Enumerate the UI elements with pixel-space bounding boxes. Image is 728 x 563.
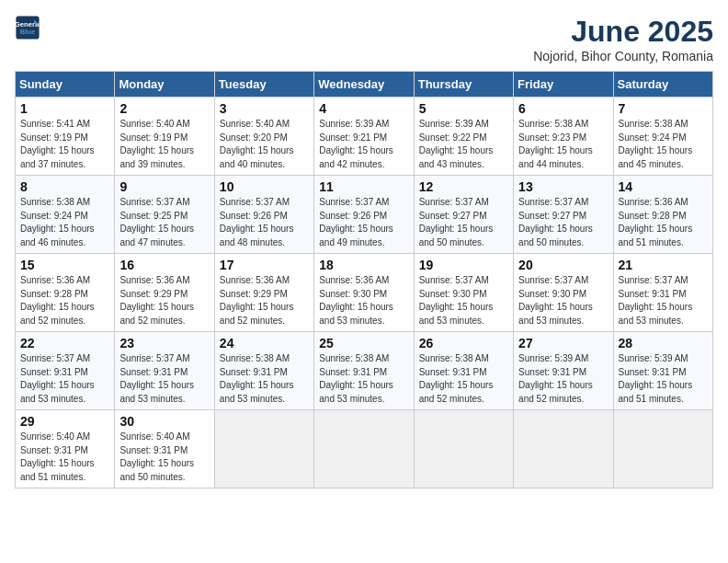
day-number: 27 bbox=[518, 336, 608, 350]
table-row: 22Sunrise: 5:37 AM Sunset: 9:31 PM Dayli… bbox=[16, 332, 115, 410]
table-row: 25Sunrise: 5:38 AM Sunset: 9:31 PM Dayli… bbox=[314, 332, 414, 410]
table-row: 3Sunrise: 5:40 AM Sunset: 9:20 PM Daylig… bbox=[214, 98, 313, 176]
day-number: 15 bbox=[20, 258, 109, 272]
logo-icon: General Blue bbox=[15, 15, 40, 40]
day-info: Sunrise: 5:38 AM Sunset: 9:24 PM Dayligh… bbox=[619, 118, 708, 171]
day-number: 4 bbox=[319, 101, 408, 116]
day-number: 30 bbox=[119, 414, 209, 429]
calendar-header-row: SundayMondayTuesdayWednesdayThursdayFrid… bbox=[16, 72, 713, 98]
table-row bbox=[514, 410, 613, 488]
header: General Blue June 2025 Nojorid, Bihor Co… bbox=[15, 15, 713, 63]
day-info: Sunrise: 5:38 AM Sunset: 9:31 PM Dayligh… bbox=[419, 352, 508, 406]
svg-text:Blue: Blue bbox=[20, 28, 36, 36]
table-row: 12Sunrise: 5:37 AM Sunset: 9:27 PM Dayli… bbox=[414, 176, 513, 254]
day-number: 14 bbox=[619, 179, 708, 194]
day-number: 18 bbox=[319, 258, 408, 272]
day-info: Sunrise: 5:37 AM Sunset: 9:25 PM Dayligh… bbox=[119, 196, 209, 249]
day-number: 16 bbox=[119, 258, 209, 272]
table-row: 29Sunrise: 5:40 AM Sunset: 9:31 PM Dayli… bbox=[16, 410, 115, 488]
table-row: 20Sunrise: 5:37 AM Sunset: 9:30 PM Dayli… bbox=[514, 254, 613, 332]
calendar-week-row: 15Sunrise: 5:36 AM Sunset: 9:28 PM Dayli… bbox=[16, 254, 713, 332]
day-number: 2 bbox=[119, 101, 209, 116]
day-number: 1 bbox=[20, 101, 109, 116]
day-info: Sunrise: 5:36 AM Sunset: 9:28 PM Dayligh… bbox=[619, 196, 708, 249]
table-row: 16Sunrise: 5:36 AM Sunset: 9:29 PM Dayli… bbox=[115, 254, 214, 332]
table-row: 17Sunrise: 5:36 AM Sunset: 9:29 PM Dayli… bbox=[214, 254, 313, 332]
day-number: 8 bbox=[20, 179, 109, 194]
calendar-week-row: 29Sunrise: 5:40 AM Sunset: 9:31 PM Dayli… bbox=[16, 410, 713, 488]
day-number: 24 bbox=[220, 336, 309, 350]
table-row: 9Sunrise: 5:37 AM Sunset: 9:25 PM Daylig… bbox=[115, 176, 214, 254]
day-number: 3 bbox=[220, 101, 309, 116]
day-info: Sunrise: 5:39 AM Sunset: 9:31 PM Dayligh… bbox=[518, 352, 608, 406]
day-number: 7 bbox=[619, 101, 708, 116]
table-row: 28Sunrise: 5:39 AM Sunset: 9:31 PM Dayli… bbox=[613, 332, 712, 410]
table-row bbox=[314, 410, 414, 488]
table-row: 2Sunrise: 5:40 AM Sunset: 9:19 PM Daylig… bbox=[115, 98, 214, 176]
day-number: 26 bbox=[419, 336, 508, 350]
day-number: 9 bbox=[119, 179, 209, 194]
day-number: 5 bbox=[419, 101, 508, 116]
day-info: Sunrise: 5:39 AM Sunset: 9:22 PM Dayligh… bbox=[419, 118, 508, 171]
day-info: Sunrise: 5:37 AM Sunset: 9:31 PM Dayligh… bbox=[119, 352, 209, 406]
table-row: 11Sunrise: 5:37 AM Sunset: 9:26 PM Dayli… bbox=[314, 176, 414, 254]
table-row bbox=[214, 410, 313, 488]
day-number: 23 bbox=[119, 336, 209, 350]
day-info: Sunrise: 5:37 AM Sunset: 9:27 PM Dayligh… bbox=[419, 196, 508, 249]
calendar-body: 1Sunrise: 5:41 AM Sunset: 9:19 PM Daylig… bbox=[16, 98, 713, 488]
day-number: 25 bbox=[319, 336, 408, 350]
svg-text:General: General bbox=[15, 20, 40, 29]
calendar-header-cell: Wednesday bbox=[314, 72, 414, 98]
day-info: Sunrise: 5:40 AM Sunset: 9:20 PM Dayligh… bbox=[220, 118, 309, 171]
day-info: Sunrise: 5:40 AM Sunset: 9:19 PM Dayligh… bbox=[119, 118, 209, 171]
table-row: 1Sunrise: 5:41 AM Sunset: 9:19 PM Daylig… bbox=[16, 98, 115, 176]
day-info: Sunrise: 5:37 AM Sunset: 9:27 PM Dayligh… bbox=[518, 196, 608, 249]
day-number: 11 bbox=[319, 179, 408, 194]
day-info: Sunrise: 5:38 AM Sunset: 9:31 PM Dayligh… bbox=[319, 352, 408, 406]
table-row: 14Sunrise: 5:36 AM Sunset: 9:28 PM Dayli… bbox=[613, 176, 712, 254]
day-info: Sunrise: 5:37 AM Sunset: 9:31 PM Dayligh… bbox=[20, 352, 109, 406]
day-info: Sunrise: 5:36 AM Sunset: 9:29 PM Dayligh… bbox=[119, 274, 209, 327]
day-number: 12 bbox=[419, 179, 508, 194]
calendar-header-cell: Sunday bbox=[16, 72, 115, 98]
calendar-week-row: 22Sunrise: 5:37 AM Sunset: 9:31 PM Dayli… bbox=[16, 332, 713, 410]
table-row: 8Sunrise: 5:38 AM Sunset: 9:24 PM Daylig… bbox=[16, 176, 115, 254]
table-row: 21Sunrise: 5:37 AM Sunset: 9:31 PM Dayli… bbox=[613, 254, 712, 332]
page-title: June 2025 bbox=[533, 15, 713, 49]
day-number: 17 bbox=[220, 258, 309, 272]
calendar-week-row: 1Sunrise: 5:41 AM Sunset: 9:19 PM Daylig… bbox=[16, 98, 713, 176]
calendar-header-cell: Friday bbox=[514, 72, 613, 98]
day-number: 19 bbox=[419, 258, 508, 272]
day-info: Sunrise: 5:36 AM Sunset: 9:30 PM Dayligh… bbox=[319, 274, 408, 327]
day-number: 13 bbox=[518, 179, 608, 194]
calendar-header-cell: Saturday bbox=[613, 72, 712, 98]
day-number: 29 bbox=[20, 414, 109, 429]
calendar-week-row: 8Sunrise: 5:38 AM Sunset: 9:24 PM Daylig… bbox=[16, 176, 713, 254]
table-row: 10Sunrise: 5:37 AM Sunset: 9:26 PM Dayli… bbox=[214, 176, 313, 254]
table-row: 6Sunrise: 5:38 AM Sunset: 9:23 PM Daylig… bbox=[514, 98, 613, 176]
day-info: Sunrise: 5:36 AM Sunset: 9:28 PM Dayligh… bbox=[20, 274, 109, 327]
table-row: 4Sunrise: 5:39 AM Sunset: 9:21 PM Daylig… bbox=[314, 98, 414, 176]
table-row: 26Sunrise: 5:38 AM Sunset: 9:31 PM Dayli… bbox=[414, 332, 513, 410]
day-number: 10 bbox=[220, 179, 309, 194]
day-info: Sunrise: 5:37 AM Sunset: 9:31 PM Dayligh… bbox=[619, 274, 708, 327]
table-row: 15Sunrise: 5:36 AM Sunset: 9:28 PM Dayli… bbox=[16, 254, 115, 332]
calendar-header-cell: Thursday bbox=[414, 72, 513, 98]
table-row: 5Sunrise: 5:39 AM Sunset: 9:22 PM Daylig… bbox=[414, 98, 513, 176]
day-info: Sunrise: 5:38 AM Sunset: 9:24 PM Dayligh… bbox=[20, 196, 109, 249]
table-row: 27Sunrise: 5:39 AM Sunset: 9:31 PM Dayli… bbox=[514, 332, 613, 410]
day-number: 22 bbox=[20, 336, 109, 350]
table-row: 30Sunrise: 5:40 AM Sunset: 9:31 PM Dayli… bbox=[115, 410, 214, 488]
table-row: 24Sunrise: 5:38 AM Sunset: 9:31 PM Dayli… bbox=[214, 332, 313, 410]
day-info: Sunrise: 5:36 AM Sunset: 9:29 PM Dayligh… bbox=[220, 274, 309, 327]
day-number: 28 bbox=[619, 336, 708, 350]
title-area: June 2025 Nojorid, Bihor County, Romania bbox=[533, 15, 713, 63]
day-info: Sunrise: 5:39 AM Sunset: 9:31 PM Dayligh… bbox=[619, 352, 708, 406]
day-number: 6 bbox=[518, 101, 608, 116]
table-row: 19Sunrise: 5:37 AM Sunset: 9:30 PM Dayli… bbox=[414, 254, 513, 332]
table-row bbox=[414, 410, 513, 488]
day-number: 20 bbox=[518, 258, 608, 272]
table-row: 13Sunrise: 5:37 AM Sunset: 9:27 PM Dayli… bbox=[514, 176, 613, 254]
day-number: 21 bbox=[619, 258, 708, 272]
day-info: Sunrise: 5:37 AM Sunset: 9:26 PM Dayligh… bbox=[220, 196, 309, 249]
